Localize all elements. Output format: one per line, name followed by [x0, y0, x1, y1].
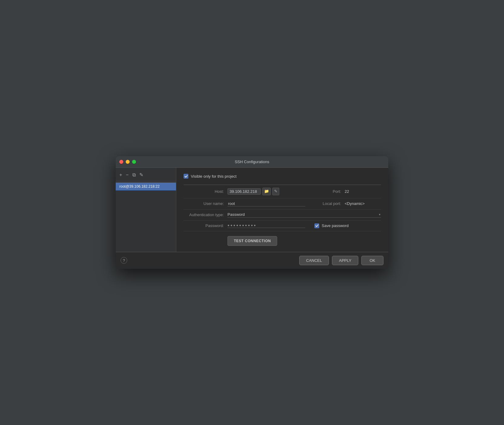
visible-only-label: Visible only for this project	[191, 174, 237, 179]
auth-type-row: Authentication type: Password Key pair O…	[184, 209, 381, 221]
save-password-checkbox[interactable]	[314, 223, 319, 228]
host-label: Host:	[184, 189, 227, 194]
local-port-label: Local port:	[314, 201, 345, 206]
ok-button[interactable]: OK	[361, 256, 383, 265]
username-row: User name: Local port: <Dynamic>	[184, 198, 381, 209]
window-title: SSH Configurations	[235, 160, 269, 164]
password-content: ●●●●●●●●●●	[227, 223, 305, 228]
maximize-button[interactable]	[132, 160, 136, 164]
host-field-wrapper: 📁 ✎	[227, 188, 305, 195]
host-folder-icon[interactable]: 📁	[262, 188, 271, 195]
auth-type-wrapper: Password Key pair OpenSSH config and aut…	[227, 212, 381, 218]
dialog-body: + − ⧉ ✎ root@39.106.182.218:22 Visible o…	[116, 168, 388, 252]
main-panel: Visible only for this project Host: 📁 ✎	[176, 168, 388, 252]
port-label: Port:	[314, 189, 345, 194]
local-port-value: <Dynamic>	[345, 201, 365, 206]
host-input[interactable]	[227, 188, 261, 195]
title-bar: SSH Configurations	[116, 156, 388, 168]
password-label: Password:	[184, 223, 227, 228]
footer-right: CANCEL APPLY OK	[299, 256, 384, 265]
username-content	[227, 201, 305, 206]
help-button[interactable]: ?	[121, 257, 127, 264]
username-input[interactable]	[227, 201, 305, 206]
edit-config-button[interactable]: ✎	[138, 172, 144, 178]
save-password-section: Save password	[314, 223, 381, 228]
sidebar-item-0[interactable]: root@39.106.182.218:22	[116, 183, 176, 190]
host-edit-icon[interactable]: ✎	[272, 188, 279, 195]
password-dots[interactable]: ●●●●●●●●●●	[227, 223, 305, 228]
window-controls	[119, 160, 136, 164]
username-label: User name:	[184, 201, 227, 206]
test-connection-button[interactable]: TEST CONNECTION	[227, 236, 277, 246]
cancel-button[interactable]: CANCEL	[299, 256, 329, 265]
copy-config-button[interactable]: ⧉	[131, 172, 137, 178]
minimize-button[interactable]	[126, 160, 130, 164]
remove-config-button[interactable]: −	[124, 172, 130, 178]
apply-button[interactable]: APPLY	[332, 256, 358, 265]
sidebar-toolbar: + − ⧉ ✎	[116, 170, 176, 181]
visible-only-row: Visible only for this project	[184, 174, 381, 179]
port-section: Port: 22	[314, 189, 381, 194]
host-row: Host: 📁 ✎ Port: 22	[184, 185, 381, 198]
host-content: 📁 ✎	[227, 188, 305, 195]
save-password-label: Save password	[322, 223, 349, 228]
auth-type-content: Password Key pair OpenSSH config and aut…	[227, 212, 381, 218]
add-config-button[interactable]: +	[118, 172, 123, 178]
port-value: 22	[345, 189, 349, 194]
visible-only-checkbox[interactable]	[184, 174, 188, 179]
sidebar: + − ⧉ ✎ root@39.106.182.218:22	[116, 168, 176, 252]
auth-type-label: Authentication type:	[184, 212, 227, 217]
dialog-footer: ? CANCEL APPLY OK	[116, 252, 388, 269]
local-port-section: Local port: <Dynamic>	[314, 201, 381, 206]
close-button[interactable]	[119, 160, 123, 164]
form-area: Host: 📁 ✎ Port: 22 User	[184, 185, 381, 245]
auth-type-select[interactable]: Password Key pair OpenSSH config and aut…	[227, 212, 381, 217]
test-connection-row: TEST CONNECTION	[184, 231, 381, 246]
ssh-configurations-dialog: SSH Configurations + − ⧉ ✎ root@39.106.1…	[116, 156, 388, 269]
footer-left: ?	[121, 257, 127, 264]
password-row: Password: ●●●●●●●●●● Save password	[184, 221, 381, 231]
